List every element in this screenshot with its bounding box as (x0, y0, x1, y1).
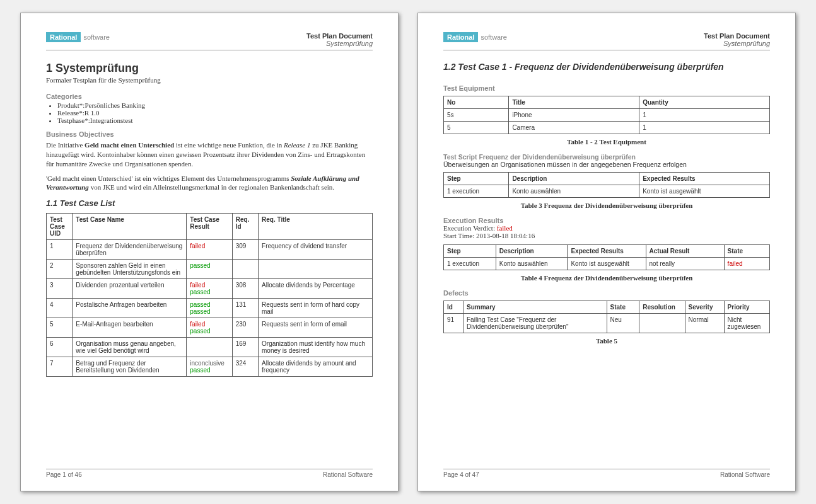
test-case-heading: 1.2 Test Case 1 - Frequenz der Dividende… (443, 62, 770, 72)
table-cell: Requests sent in form of email (259, 318, 373, 338)
table-cell: 1 (639, 109, 770, 122)
table-cell: 1 execution (444, 258, 496, 270)
table-cell: Camera (509, 122, 639, 134)
table-cell: Konto auswählen (496, 258, 568, 270)
test-result: failed (190, 321, 228, 328)
table-cell: Nicht zugewiesen (724, 314, 769, 333)
bo-paragraph-2: 'Geld macht einen Unterschied' ist ein w… (46, 174, 373, 193)
table-header: Req. Id (232, 214, 258, 240)
table-cell: 309 (232, 240, 258, 260)
categories-label: Categories (46, 93, 373, 100)
categories-list: Produkt*:Persönliches BankingRelease*:R … (57, 101, 373, 124)
table-cell: failed (724, 258, 769, 270)
table-cell: 230 (232, 318, 258, 338)
table-cell (232, 260, 258, 279)
table-cell: Konto auswählen (509, 185, 639, 198)
page-2: Rational software Test Plan Document Sys… (417, 13, 796, 491)
table-cell: Betrag und Frequenz der Bereitstellung v… (73, 357, 187, 377)
table-cell: 5s (444, 109, 509, 122)
table-cell: 4 (47, 299, 73, 318)
table-header: Test Case Name (73, 214, 187, 240)
logo-rational: Rational (46, 32, 81, 42)
table-row: 4Postalische Anfragen bearbeitenpassedpa… (47, 299, 373, 318)
test-script-label: Test Script Frequenz der Dividendenüberw… (443, 153, 636, 161)
table-cell: 308 (232, 279, 258, 299)
execution-start-time: 2013-08-18 18:04:16 (476, 232, 535, 239)
defects-label: Defects (443, 289, 770, 297)
table-header: Description (496, 245, 568, 258)
table-cell: 1 (639, 122, 770, 134)
footer-company: Rational Software (323, 471, 373, 478)
bo-paragraph-1: Die Initiative Geld macht einen Untersch… (46, 140, 373, 169)
table-row: 91Failing Test Case "Frequenz der Divide… (444, 314, 770, 333)
table-row: 7Betrag und Frequenz der Bereitstellung … (47, 357, 373, 377)
table-cell: Failing Test Case "Frequenz der Dividend… (463, 314, 607, 333)
page-footer: Page 4 of 47 Rational Software (443, 469, 770, 478)
table-caption-exec: Table 4 Frequenz der Dividendenüberweisu… (443, 274, 770, 282)
table-row: 3Dividenden prozentual verteilenfailedpa… (47, 279, 373, 299)
table-header: Id (444, 301, 463, 314)
table-row: 6Organisation muss genau angeben, wie vi… (47, 338, 373, 357)
table-cell: Neu (607, 314, 639, 333)
logo-software: software (478, 32, 510, 42)
table-cell: 2 (47, 260, 73, 279)
table-row: 1 executionKonto auswählenKonto ist ausg… (444, 258, 770, 270)
table-header: State (607, 301, 639, 314)
table-header: Expected Results (568, 245, 646, 258)
table-cell: Allocate dividends by amount and frequen… (259, 357, 373, 377)
table-header: Severity (685, 301, 724, 314)
table-header: Test Case Result (187, 214, 232, 240)
logo-rational: Rational (443, 32, 478, 42)
table-cell: Sponsoren zahlen Geld in einen gebündelt… (73, 260, 187, 279)
category-item: Testphase*:Integrationstest (57, 117, 373, 124)
page-header: Rational software Test Plan Document Sys… (443, 32, 770, 50)
page-1: Rational software Test Plan Document Sys… (20, 13, 399, 491)
defects-table: IdSummaryStateResolutionSeverityPriority… (443, 301, 770, 333)
logo: Rational software (443, 32, 510, 42)
table-caption-script: Table 3 Frequenz der Dividendenüberweisu… (443, 202, 770, 209)
table-cell: Konto ist ausgewählt (639, 185, 770, 198)
table-row: 5E-Mail-Anfragen bearbeitenfailedpassed2… (47, 318, 373, 338)
test-result: passed (190, 328, 228, 335)
table-cell: 5 (47, 318, 73, 338)
table-cell: 169 (232, 338, 258, 357)
table-header: Summary (463, 301, 607, 314)
table-cell: Normal (685, 314, 724, 333)
table-row: 5siPhone1 (444, 109, 770, 122)
test-result: passed (190, 301, 228, 308)
table-cell: Organisation muss genau angeben, wie vie… (73, 338, 187, 357)
table-cell: Organization must identify how much mone… (259, 338, 373, 357)
test-equipment-table: NoTitleQuantity5siPhone15Camera1 (443, 96, 770, 134)
table-cell (639, 314, 685, 333)
table-header: State (724, 245, 769, 258)
test-script-table: StepDescriptionExpected Results1 executi… (443, 172, 770, 198)
table-cell: failed (187, 240, 232, 260)
execution-results-block: Execution Results Execution Verdict: fai… (443, 217, 770, 239)
table-cell: not really (646, 258, 724, 270)
table-header: Expected Results (639, 173, 770, 185)
table-cell: 1 (47, 240, 73, 260)
table-header: Actual Result (646, 245, 724, 258)
table-cell: iPhone (509, 109, 639, 122)
table-cell: passed (187, 260, 232, 279)
footer-page: Page 1 of 46 (46, 471, 82, 478)
table-header: Title (509, 96, 639, 109)
table-header: Resolution (639, 301, 685, 314)
table-caption-defects: Table 5 (443, 337, 770, 345)
table-cell: 7 (47, 357, 73, 377)
table-cell: 5 (444, 122, 509, 134)
execution-verdict: failed (497, 224, 513, 232)
test-result: inconclusive (190, 360, 228, 367)
table-cell: E-Mail-Anfragen bearbeiten (73, 318, 187, 338)
table-cell: passedpassed (187, 299, 232, 318)
table-header: Test Case UID (47, 214, 73, 240)
page-header: Rational software Test Plan Document Sys… (46, 32, 373, 50)
category-item: Produkt*:Persönliches Banking (57, 101, 373, 109)
doc-title: Test Plan Document (704, 32, 770, 40)
footer-page: Page 4 of 47 (443, 471, 479, 478)
test-result: passed (190, 289, 228, 295)
execution-verdict-line: Execution Verdict: failed (443, 224, 770, 232)
doc-subtitle: Systemprüfung (306, 40, 373, 47)
table-cell: inconclusivepassed (187, 357, 232, 377)
table-cell: 6 (47, 338, 73, 357)
